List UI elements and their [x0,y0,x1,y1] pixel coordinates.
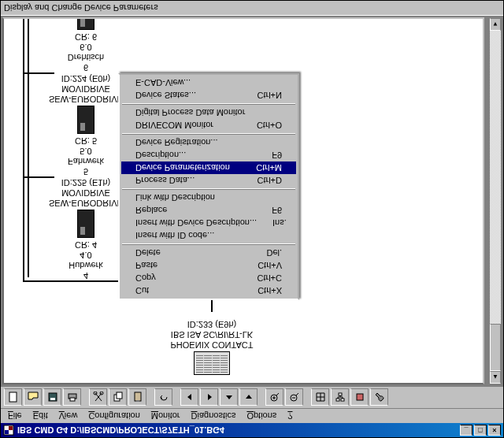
menu-separator [122,133,295,135]
svg-rect-17 [341,399,344,402]
ctx-delete[interactable]: DeleteDel. [121,247,296,259]
controller-model: IBS ISA SC/RI/RT-LK [133,329,291,340]
tree-icon[interactable] [331,389,349,406]
ctx-label: Paste [135,261,158,270]
ctx-label: Cut [135,286,149,295]
file-new-icon[interactable] [4,389,22,406]
bus-canvas[interactable]: PHOENIX CONTACT IBS ISA SC/RI/RT-LK ID:2… [2,17,484,384]
copy-icon[interactable] [109,389,127,406]
menu-view[interactable]: View [54,410,83,422]
ctx-label: Replace [135,206,167,215]
ctx-drivecom-monitor[interactable]: DRIVECOM MonitorCtrl+O [121,119,296,132]
menu-bar: FileEditViewConfigurationMonitorDiagnost… [1,408,503,423]
ctx-paste[interactable]: PasteCtrl+V [121,259,296,272]
ctx-label: Insert with ID code... [135,231,214,240]
menu-separator [122,243,295,245]
ctx-label: Copy [135,273,156,283]
menu-[interactable]: ? [282,410,298,422]
drive-icon [77,106,94,134]
file-save-icon[interactable] [43,389,61,406]
svg-rect-16 [336,399,339,402]
paste-icon[interactable] [128,389,146,406]
svg-rect-3 [9,393,17,403]
ctx-shortcut: F9 [256,150,282,160]
ctx-device-registration[interactable]: Device Registration... [121,136,296,149]
svg-rect-11 [117,393,122,399]
file-open-icon[interactable] [24,389,42,406]
ctx-digital-process-data-monitor[interactable]: Digital Process Data Monitor [121,106,296,119]
maximize-button[interactable]: □ [474,425,487,436]
menu-separator [122,103,295,105]
scroll-down-button[interactable]: ▼ [490,18,501,31]
svg-rect-19 [357,395,363,401]
nav-up-icon[interactable] [220,389,238,406]
app-window: IBS CMD G4 D:/IBSCMD/PROJECT/S7ETH_01.BG… [0,0,504,438]
window-title: IBS CMD G4 D:/IBSCMD/PROJECT/S7ETH_01.BG… [17,425,224,435]
grid-icon[interactable] [311,389,329,406]
controller-id: ID:233 (E9h) [133,319,291,329]
drive-icon [77,210,94,238]
controller-vendor: PHOENIX CONTACT [133,340,291,350]
scroll-up-button[interactable]: ▲ [490,371,501,384]
nav-right-icon[interactable] [200,389,218,406]
ctx-cut[interactable]: CutCtrl+X [121,284,296,297]
ctx-insert-with-device-description[interactable]: Insert with Device Description...Ins. [121,217,296,229]
menu-configuration[interactable]: Configuration [83,410,145,422]
ctx-label: Digital Process Data Monitor [135,108,245,117]
minimize-button[interactable]: _ [460,425,472,436]
ctx-shortcut: Ctrl+M [240,163,282,173]
ctx-shortcut: F6 [256,206,282,215]
menu-edit[interactable]: Edit [28,410,54,422]
ctx-process-data[interactable]: Process Data...Ctrl+D [121,174,296,187]
ctx-insert-with-id-code[interactable]: Insert with ID code... [121,229,296,242]
svg-rect-1 [5,430,9,434]
menu-diagnostics[interactable]: Diagnostics [186,410,242,422]
workspace: PHOENIX CONTACT IBS ISA SC/RI/RT-LK ID:2… [1,16,503,386]
ctx-shortcut: Ins. [257,218,287,228]
ctx-label: Device Registration... [135,138,218,147]
print-icon[interactable] [63,389,81,406]
menu-options[interactable]: Options [241,410,282,422]
undo-icon[interactable] [154,389,172,406]
svg-rect-7 [70,399,75,402]
ctx-shortcut: Del. [250,248,282,258]
cut-icon[interactable] [89,389,107,406]
zoom-out-icon[interactable] [285,389,303,406]
status-text: Display and Change Device Parameters [4,3,158,13]
close-button[interactable]: × [488,425,501,436]
ctx-replace[interactable]: ReplaceF6 [121,204,296,217]
zoom-in-icon[interactable] [265,389,284,406]
ctx-label: Device Parameterization [135,163,230,173]
wrench-icon[interactable] [370,389,388,406]
nav-down-icon[interactable] [239,389,258,406]
svg-rect-5 [50,399,55,401]
ctx-shortcut: Ctrl+X [242,286,282,295]
vertical-scrollbar[interactable]: ▲ ▼ [489,17,502,384]
ctx-label: Insert with Device Description... [135,218,257,228]
controller-node[interactable]: PHOENIX CONTACT IBS ISA SC/RI/RT-LK ID:2… [133,319,291,377]
ctx-e-cad-view[interactable]: E-CAD-View... [121,76,296,89]
controller-icon [194,351,230,375]
svg-rect-2 [9,426,13,430]
ctx-label: E-CAD-View... [135,78,191,87]
ctx-device-parameterization[interactable]: Device ParameterizationCtrl+M [121,161,296,174]
drive-icon [77,17,94,30]
nav-left-icon[interactable] [180,389,198,406]
device-nr: 6 [39,62,133,72]
ctx-link-with-description[interactable]: Link with Description [121,191,296,204]
menu-separator [122,188,295,190]
menu-file[interactable]: File [2,410,28,422]
ctx-label: Device States... [135,91,196,100]
svg-rect-13 [136,401,139,403]
ctx-label: Delete [135,248,161,258]
ctx-shortcut: Ctrl+O [241,121,282,130]
ctx-copy[interactable]: CopyCtrl+C [121,272,296,284]
scroll-thumb[interactable] [490,324,501,371]
svg-rect-12 [135,393,141,402]
ctx-description[interactable]: Description...F9 [121,149,296,161]
ctx-device-states[interactable]: Device States...Ctrl+N [121,89,296,102]
tool-icon[interactable] [350,389,369,406]
device-node-6[interactable]: 6Drehtisch6.0CR: 6SEW-EURODRIVEMOVIDRIVE… [39,17,133,72]
scroll-track[interactable] [490,31,501,371]
menu-monitor[interactable]: Monitor [146,410,186,422]
